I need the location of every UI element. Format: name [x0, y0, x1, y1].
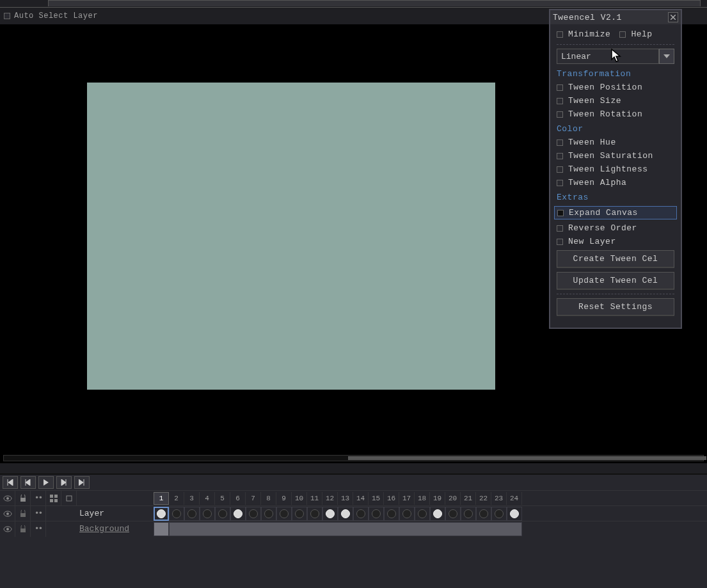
cel[interactable] [292, 507, 307, 521]
cel[interactable] [230, 507, 246, 521]
visibility-column-header[interactable] [0, 491, 15, 506]
frame-number[interactable]: 21 [461, 492, 476, 505]
prev-frame-button[interactable] [20, 476, 36, 489]
frame-number[interactable]: 18 [415, 492, 430, 505]
cel[interactable] [338, 507, 353, 521]
last-frame-button[interactable] [74, 476, 90, 489]
cel[interactable] [307, 507, 322, 521]
bg-continuous-cel[interactable] [169, 522, 522, 536]
cel[interactable] [415, 507, 430, 521]
frame-number[interactable]: 9 [276, 492, 292, 505]
frame-number[interactable]: 12 [322, 492, 338, 505]
expand-canvas-checkbox[interactable] [557, 210, 564, 216]
frame-number[interactable]: 10 [292, 492, 307, 505]
canvas-content[interactable] [87, 83, 495, 390]
update-tween-cel-button[interactable]: Update Tween Cel [557, 272, 674, 290]
tween-size-checkbox[interactable] [557, 98, 563, 104]
layer-options-header[interactable] [61, 491, 77, 506]
play-button[interactable] [38, 476, 54, 489]
timeline-background-row[interactable]: •• Background [0, 521, 707, 536]
tween-alpha-checkbox[interactable] [557, 180, 563, 186]
first-frame-button[interactable] [3, 476, 18, 489]
linked-cels-column-header[interactable]: •• [31, 491, 46, 506]
layer-lock-toggle[interactable] [15, 506, 31, 521]
tween-rotation-checkbox[interactable] [557, 111, 563, 118]
frame-number[interactable]: 1 [154, 492, 169, 505]
layer-name[interactable]: Layer [77, 509, 154, 518]
bg-linked-toggle[interactable]: •• [31, 521, 46, 537]
frame-number[interactable]: 6 [230, 492, 246, 505]
easing-select-dropdown-button[interactable] [659, 49, 674, 64]
dots-icon: •• [35, 524, 42, 534]
layer-linked-toggle[interactable]: •• [31, 506, 46, 521]
tween-saturation-checkbox[interactable] [557, 153, 563, 159]
cel[interactable] [384, 507, 399, 521]
cel[interactable] [169, 507, 184, 521]
frame-number[interactable]: 15 [369, 492, 384, 505]
cel[interactable] [430, 507, 445, 521]
frame-number[interactable]: 3 [184, 492, 200, 505]
background-cels-row[interactable] [154, 522, 522, 536]
easing-select[interactable]: Linear [557, 49, 674, 64]
bg-cel-start[interactable] [154, 522, 169, 536]
lock-column-header[interactable] [15, 491, 31, 506]
cel[interactable] [507, 507, 522, 521]
timeline-layer-row[interactable]: •• Layer [0, 505, 707, 521]
frame-number[interactable]: 16 [384, 492, 399, 505]
background-layer-name[interactable]: Background [77, 524, 154, 534]
cel[interactable] [369, 507, 384, 521]
frame-number[interactable]: 11 [307, 492, 322, 505]
minimize-checkbox[interactable] [557, 31, 563, 38]
create-tween-cel-button[interactable]: Create Tween Cel [557, 250, 674, 268]
help-checkbox[interactable] [619, 31, 626, 38]
keyframe-icon [326, 509, 335, 518]
cel[interactable] [476, 507, 491, 521]
frame-number[interactable]: 19 [430, 492, 445, 505]
dialog-titlebar[interactable]: Tweencel V2.1 [550, 10, 681, 24]
tween-position-checkbox[interactable] [557, 84, 563, 91]
frame-number[interactable]: 14 [353, 492, 369, 505]
reset-settings-button[interactable]: Reset Settings [557, 298, 674, 316]
empty-cel-icon [218, 509, 227, 518]
frame-number[interactable]: 4 [200, 492, 215, 505]
onion-skin-header[interactable] [46, 491, 61, 506]
cel[interactable] [215, 507, 230, 521]
frame-number[interactable]: 24 [507, 492, 522, 505]
expand-canvas-row[interactable]: Expand Canvas [554, 206, 677, 219]
layer-visibility-toggle[interactable] [0, 506, 15, 521]
cel[interactable] [154, 507, 169, 521]
frame-number[interactable]: 23 [491, 492, 507, 505]
bg-visibility-toggle[interactable] [0, 521, 15, 537]
auto-select-layer-checkbox[interactable] [4, 13, 10, 19]
frame-number[interactable]: 17 [399, 492, 415, 505]
cel[interactable] [246, 507, 261, 521]
frame-number[interactable]: 22 [476, 492, 491, 505]
frame-number[interactable]: 8 [261, 492, 276, 505]
new-layer-label: New Layer [568, 237, 616, 246]
dialog-close-button[interactable] [668, 12, 678, 22]
frame-number[interactable]: 7 [246, 492, 261, 505]
frame-number[interactable]: 20 [445, 492, 461, 505]
tween-hue-checkbox[interactable] [557, 139, 563, 146]
cel[interactable] [445, 507, 461, 521]
bg-lock-toggle[interactable] [15, 521, 31, 537]
cel[interactable] [461, 507, 476, 521]
document-tab[interactable] [48, 0, 701, 6]
cel[interactable] [491, 507, 507, 521]
frame-number[interactable]: 13 [338, 492, 353, 505]
cel[interactable] [261, 507, 276, 521]
cel[interactable] [322, 507, 338, 521]
frame-number[interactable]: 2 [169, 492, 184, 505]
cel[interactable] [399, 507, 415, 521]
frame-number[interactable]: 5 [215, 492, 230, 505]
cel[interactable] [276, 507, 292, 521]
cel[interactable] [353, 507, 369, 521]
tween-lightness-checkbox[interactable] [557, 166, 563, 173]
cel[interactable] [184, 507, 200, 521]
next-frame-button[interactable] [56, 476, 72, 489]
horizontal-scrollbar-thumb[interactable] [348, 456, 706, 460]
new-layer-checkbox[interactable] [557, 239, 563, 245]
horizontal-scrollbar[interactable] [3, 455, 704, 461]
cel[interactable] [200, 507, 215, 521]
reverse-order-checkbox[interactable] [557, 225, 563, 232]
